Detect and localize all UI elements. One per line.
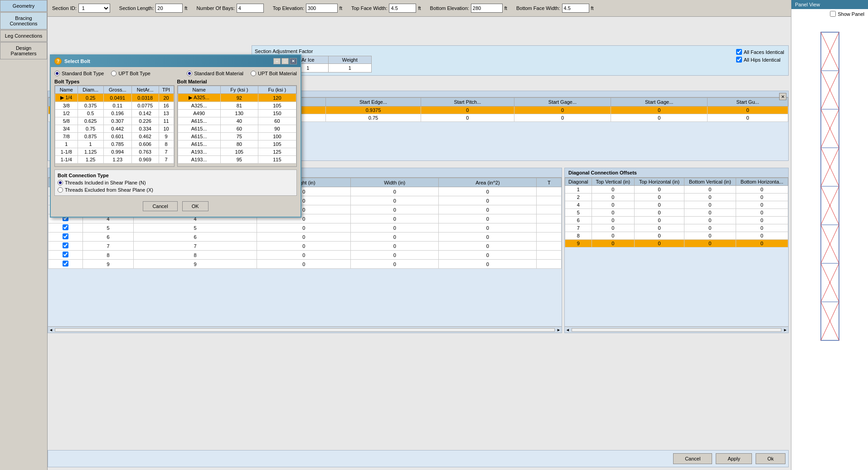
gusset-height-5[interactable]: 0 <box>257 233 351 242</box>
diagonal-row-7[interactable]: 9 0 0 0 0 <box>565 240 788 247</box>
bolt-material-row-1[interactable]: A325... 81 105 <box>178 102 296 110</box>
saf-val-weight[interactable]: 1 <box>328 64 371 73</box>
gusset-height-8[interactable]: 0 <box>257 260 351 269</box>
bolt-type-row-6[interactable]: 1 1 0.785 0.606 8 <box>55 141 174 148</box>
conn-pitch-1[interactable]: 0 <box>421 107 514 114</box>
gussets-hscroll[interactable]: ◄ ► <box>48 326 562 333</box>
gusset-row-7[interactable]: 8 8 0 0 0 <box>48 251 562 260</box>
connection-close-button[interactable]: ✕ <box>779 93 786 100</box>
bolt-material-row-2[interactable]: A490 130 150 <box>178 110 296 117</box>
diagonal-row-6[interactable]: 8 0 0 0 0 <box>565 232 788 240</box>
diag-bv-7[interactable]: 0 <box>684 240 736 247</box>
diagonal-row-4[interactable]: 6 0 0 0 0 <box>565 217 788 224</box>
standard-bolt-material-radio[interactable]: Standard Bolt Material <box>187 71 243 76</box>
bolt-type-row-1[interactable]: 3/8 0.375 0.11 0.0775 16 <box>55 102 174 110</box>
bolt-type-row-2[interactable]: 1/2 0.5 0.196 0.142 13 <box>55 110 174 117</box>
gusset-row-8[interactable]: 9 9 0 0 0 <box>48 260 562 269</box>
diag-th-7[interactable]: 0 <box>635 240 684 247</box>
gusset-row-4[interactable]: 5 5 0 0 0 <box>48 223 562 233</box>
bolt-material-row-6[interactable]: A615... 80 105 <box>178 141 296 148</box>
diag-tv-4[interactable]: 0 <box>592 217 635 224</box>
conn-gage1-1[interactable]: 0 <box>514 107 611 114</box>
bolt-material-row-7[interactable]: A193... 105 125 <box>178 148 296 156</box>
diag-tv-5[interactable]: 0 <box>592 224 635 232</box>
diag-th-3[interactable]: 0 <box>635 209 684 217</box>
diagonal-row-3[interactable]: 5 0 0 0 0 <box>565 209 788 217</box>
gusset-conn-8[interactable]: 9 <box>133 260 257 269</box>
diagonal-row-2[interactable]: 4 0 0 0 0 <box>565 201 788 209</box>
bolt-material-table-scroll[interactable]: Name Fy (ksi ) Fu (ksi ) ▶ A325... 92 12… <box>177 85 297 167</box>
gusset-aval-1[interactable]: 0 <box>439 196 537 205</box>
gusset-width-7[interactable]: 0 <box>351 251 439 260</box>
gusset-aval-8[interactable]: 0 <box>439 260 537 269</box>
gusset-conn-4[interactable]: 5 <box>133 223 257 233</box>
top-elevation-input[interactable] <box>306 4 338 13</box>
diag-th-2[interactable]: 0 <box>635 201 684 209</box>
bolt-types-table-scroll[interactable]: Name Diam... Gross... NetAr... TPI ▶ 1/4… <box>54 85 175 167</box>
top-face-width-input[interactable] <box>389 4 416 13</box>
bolt-cancel-button[interactable]: Cancel <box>143 201 177 211</box>
gusset-aval-6[interactable]: 0 <box>439 242 537 251</box>
bolt-type-row-7[interactable]: 1-1/8 1.125 0.994 0.763 7 <box>55 148 174 156</box>
gusset-aval-5[interactable]: 0 <box>439 233 537 242</box>
bolt-material-row-4[interactable]: A615... 60 90 <box>178 125 296 133</box>
all-faces-checkbox[interactable] <box>736 49 742 55</box>
gusset-aval-4[interactable]: 0 <box>439 223 537 233</box>
bolt-material-row-0[interactable]: ▶ A325... 92 120 <box>178 94 296 102</box>
gusset-width-8[interactable]: 0 <box>351 260 439 269</box>
gusset-width-1[interactable]: 0 <box>351 196 439 205</box>
gusset-width-6[interactable]: 0 <box>351 242 439 251</box>
diag-bh-1[interactable]: 0 <box>736 194 788 201</box>
diag-bv-3[interactable]: 0 <box>684 209 736 217</box>
gusset-row-5[interactable]: 6 6 0 0 0 <box>48 233 562 242</box>
conn-gage2-1[interactable]: 0 <box>611 107 708 114</box>
bolt-material-row-3[interactable]: A615... 40 60 <box>178 117 296 125</box>
gusset-conn-6[interactable]: 7 <box>133 242 257 251</box>
gusset-conn-7[interactable]: 8 <box>133 251 257 260</box>
diag-th-6[interactable]: 0 <box>635 232 684 240</box>
conn-edge-1[interactable]: 0.9375 <box>326 107 421 114</box>
conn-gu-1[interactable]: 0 <box>708 107 788 114</box>
bolt-dialog-minimize[interactable]: – <box>273 58 281 64</box>
diag-th-1[interactable]: 0 <box>635 194 684 201</box>
diag-bh-4[interactable]: 0 <box>736 217 788 224</box>
gusset-height-6[interactable]: 0 <box>257 242 351 251</box>
apply-button[interactable]: Apply <box>716 453 752 464</box>
conn-pitch-2[interactable]: 0 <box>421 114 514 122</box>
gusset-aval-7[interactable]: 0 <box>439 251 537 260</box>
diag-th-5[interactable]: 0 <box>635 224 684 232</box>
diag-bh-2[interactable]: 0 <box>736 201 788 209</box>
bolt-material-row-5[interactable]: A615... 75 100 <box>178 133 296 141</box>
gusset-aval-0[interactable]: 0 <box>439 187 537 196</box>
diag-tv-2[interactable]: 0 <box>592 201 635 209</box>
diagonal-row-5[interactable]: 7 0 0 0 0 <box>565 224 788 232</box>
ok-button[interactable]: Ok <box>756 453 786 464</box>
gusset-check-4[interactable] <box>48 223 83 233</box>
gusset-width-2[interactable]: 0 <box>351 205 439 214</box>
gusset-check-8[interactable] <box>48 260 83 269</box>
diag-bh-5[interactable]: 0 <box>736 224 788 232</box>
gusset-check-7[interactable] <box>48 251 83 260</box>
gusset-aval-3[interactable]: 0 <box>439 214 537 223</box>
bolt-type-row-3[interactable]: 5/8 0.625 0.307 0.226 11 <box>55 117 174 125</box>
sidebar-item-leg[interactable]: Leg Connections <box>0 30 47 42</box>
threads-excluded-radio[interactable]: Threads Excluded from Shear Plane (X) <box>58 187 294 193</box>
conn-gage1-2[interactable]: 0 <box>514 114 611 122</box>
gusset-height-7[interactable]: 0 <box>257 251 351 260</box>
all-hips-checkbox[interactable] <box>736 57 742 63</box>
gusset-conn-5[interactable]: 6 <box>133 233 257 242</box>
bottom-elevation-input[interactable] <box>471 4 503 13</box>
upt-bolt-type-radio[interactable]: UPT Bolt Type <box>111 71 150 76</box>
show-panel-checkbox[interactable] <box>830 11 836 17</box>
diag-bh-6[interactable]: 0 <box>736 232 788 240</box>
gusset-row-6[interactable]: 7 7 0 0 0 <box>48 242 562 251</box>
sidebar-item-design[interactable]: Design Parameters <box>0 42 47 59</box>
gusset-width-3[interactable]: 0 <box>351 214 439 223</box>
bolt-type-row-4[interactable]: 3/4 0.75 0.442 0.334 10 <box>55 125 174 133</box>
num-bays-input[interactable] <box>237 4 264 13</box>
diag-bv-5[interactable]: 0 <box>684 224 736 232</box>
diag-th-0[interactable]: 0 <box>635 186 684 194</box>
gusset-width-0[interactable]: 0 <box>351 187 439 196</box>
diagonal-row-1[interactable]: 2 0 0 0 0 <box>565 194 788 201</box>
gusset-aval-2[interactable]: 0 <box>439 205 537 214</box>
